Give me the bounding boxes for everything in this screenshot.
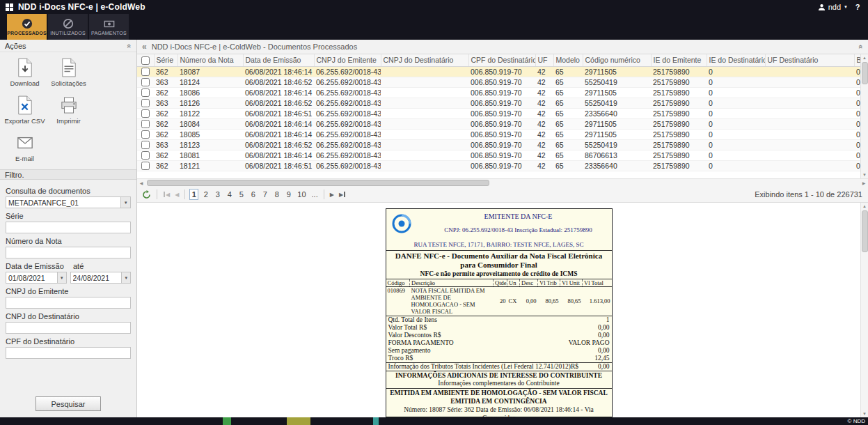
table-row[interactable]: 362 18084 06/08/2021 18:46:14 06.255.692…	[137, 118, 860, 129]
scroll-down-icon[interactable]: ▼	[862, 410, 867, 417]
table-horizontal-scrollbar[interactable]: ◀ ▶	[137, 178, 868, 187]
collapse-panel-icon[interactable]: «	[857, 45, 865, 49]
tab-inutilizados[interactable]: INUTILIZADOS	[48, 14, 88, 40]
column-header[interactable]: CNPJ do Destinatário	[381, 54, 468, 66]
data-inicio-field[interactable]: ▼	[6, 272, 67, 284]
page-button[interactable]: 6	[248, 189, 258, 200]
calendar-dropdown-button[interactable]: ▼	[121, 272, 131, 284]
preview-vertical-scrollbar[interactable]: ▲ ▼	[860, 203, 868, 417]
column-header[interactable]: Série	[154, 54, 177, 66]
row-checkbox[interactable]	[141, 162, 150, 170]
table-cell: 006.850.919-70	[468, 150, 535, 160]
table-cell	[765, 108, 854, 118]
scrollbar-thumb[interactable]	[862, 62, 868, 84]
page-button[interactable]: 8	[272, 189, 281, 200]
dropdown-button[interactable]: ▼	[120, 196, 131, 208]
last-page-button[interactable]: ▶	[338, 192, 347, 198]
next-page-button[interactable]: ▶	[329, 192, 336, 198]
data-inicio-input[interactable]	[6, 272, 57, 284]
scroll-down-icon[interactable]: ▼	[862, 171, 867, 178]
data-fim-field[interactable]: ▼	[70, 272, 132, 284]
table-cell	[381, 160, 468, 171]
row-checkbox[interactable]	[141, 109, 150, 118]
table-row[interactable]: 363 18123 06/08/2021 18:46:52 06.255.692…	[137, 139, 860, 150]
cpf-destinatario-input[interactable]	[6, 347, 131, 359]
scroll-left-icon[interactable]: ◀	[137, 180, 145, 185]
homologacao-line: EMITIDA EM AMBIENTE DE HOMOLOGAÇÃO - SEM…	[386, 388, 612, 397]
column-header[interactable]: Data de Emissão	[243, 54, 314, 66]
collapse-sidebar-icon[interactable]: «	[142, 42, 147, 52]
first-page-button[interactable]: ◀	[161, 192, 171, 198]
scroll-up-icon[interactable]: ▲	[862, 203, 867, 210]
row-checkbox[interactable]	[141, 120, 150, 128]
total-line: FORMA PAGAMENTOVALOR PAGO	[386, 339, 612, 347]
prev-page-button[interactable]: ◀	[173, 192, 180, 198]
scroll-up-icon[interactable]: ▲	[862, 54, 867, 61]
row-checkbox[interactable]	[141, 130, 150, 139]
table-row[interactable]: 363 18126 06/08/2021 18:46:52 06.255.692…	[137, 98, 860, 108]
table-row[interactable]: 362 18085 06/08/2021 18:46:14 06.255.692…	[137, 129, 860, 139]
row-checkbox[interactable]	[141, 151, 150, 160]
column-header[interactable]: Modelo	[553, 54, 583, 66]
column-header[interactable]: IE do Emitente	[651, 54, 707, 66]
table-cell: 0,0	[854, 77, 860, 87]
tab-pagamentos[interactable]: PAGAMENTOS	[89, 14, 129, 40]
page-button[interactable]: 3	[213, 189, 222, 200]
column-header[interactable]: Código numérico	[583, 54, 651, 66]
data-fim-input[interactable]	[70, 272, 122, 284]
table-row[interactable]: 362 18087 06/08/2021 18:46:14 06.255.692…	[137, 66, 860, 77]
page-button[interactable]: 7	[260, 189, 269, 200]
user-menu[interactable]: ndd ▼	[818, 3, 848, 11]
column-header[interactable]: Ba	[854, 54, 860, 66]
download-button[interactable]: Download	[3, 58, 47, 87]
cnpj-destinatario-input[interactable]	[6, 322, 131, 334]
solicitacoes-button[interactable]: Solicitações	[47, 58, 90, 87]
consulta-select[interactable]: ▼	[6, 196, 131, 208]
row-checkbox[interactable]	[141, 141, 150, 149]
table-row[interactable]: 362 18081 06/08/2021 18:46:14 06.255.692…	[137, 150, 860, 160]
column-header[interactable]: IE do Destinatário	[707, 54, 765, 66]
column-header[interactable]: CPF do Destinatário	[468, 54, 535, 66]
table-cell: 0	[707, 160, 765, 171]
exportar-csv-button[interactable]: Exportar CSV	[3, 95, 47, 125]
page-button[interactable]: 9	[284, 189, 293, 200]
tab-processados[interactable]: PROCESSADOS	[7, 14, 47, 40]
table-row[interactable]: 363 18124 06/08/2021 18:46:52 06.255.692…	[137, 77, 860, 87]
serie-input[interactable]	[6, 222, 131, 233]
scrollbar-thumb[interactable]	[862, 210, 868, 252]
column-header[interactable]: UF	[535, 54, 553, 66]
select-all-checkbox[interactable]	[141, 56, 150, 65]
row-checkbox[interactable]	[141, 68, 150, 76]
consulta-select-value[interactable]	[6, 196, 120, 208]
column-header[interactable]: CNPJ do Emitente	[314, 54, 381, 66]
email-button[interactable]: E-mail	[3, 133, 47, 162]
page-button[interactable]: 5	[237, 189, 246, 200]
scrollbar-thumb[interactable]	[147, 180, 489, 186]
row-checkbox[interactable]	[141, 78, 150, 86]
table-row[interactable]: 362 18121 06/08/2021 18:46:51 06.255.692…	[137, 160, 860, 171]
table-row[interactable]: 362 18086 06/08/2021 18:46:14 06.255.692…	[137, 87, 860, 98]
refresh-button[interactable]	[141, 190, 152, 199]
table-cell: 0	[707, 87, 765, 98]
page-button[interactable]: 4	[225, 189, 234, 200]
table-vertical-scrollbar[interactable]: ▲ ▼	[860, 54, 868, 178]
row-checkbox[interactable]	[141, 99, 150, 107]
scroll-right-icon[interactable]: ▶	[860, 180, 868, 185]
cnpj-emitente-input[interactable]	[6, 297, 131, 309]
pesquisar-button[interactable]: Pesquisar	[35, 396, 102, 411]
page-button[interactable]: 1	[189, 189, 198, 200]
table-row[interactable]: 362 18122 06/08/2021 18:46:51 06.255.692…	[137, 108, 860, 118]
calendar-dropdown-button[interactable]: ▼	[57, 272, 67, 284]
column-header[interactable]: UF Destinatário	[765, 54, 854, 66]
column-header[interactable]: Número da Nota	[177, 54, 243, 66]
page-button[interactable]: 10	[296, 189, 307, 200]
table-cell: 362	[154, 108, 177, 118]
item-vltrib: 80,65	[538, 287, 560, 316]
row-checkbox[interactable]	[141, 88, 150, 97]
apps-grid-icon[interactable]	[6, 3, 13, 11]
collapse-up-icon[interactable]: «	[125, 43, 134, 47]
page-button[interactable]: 2	[201, 189, 210, 200]
imprimir-button[interactable]: Imprimir	[47, 95, 90, 125]
help-button[interactable]: ?	[853, 3, 862, 11]
numero-nota-input[interactable]	[6, 247, 131, 258]
